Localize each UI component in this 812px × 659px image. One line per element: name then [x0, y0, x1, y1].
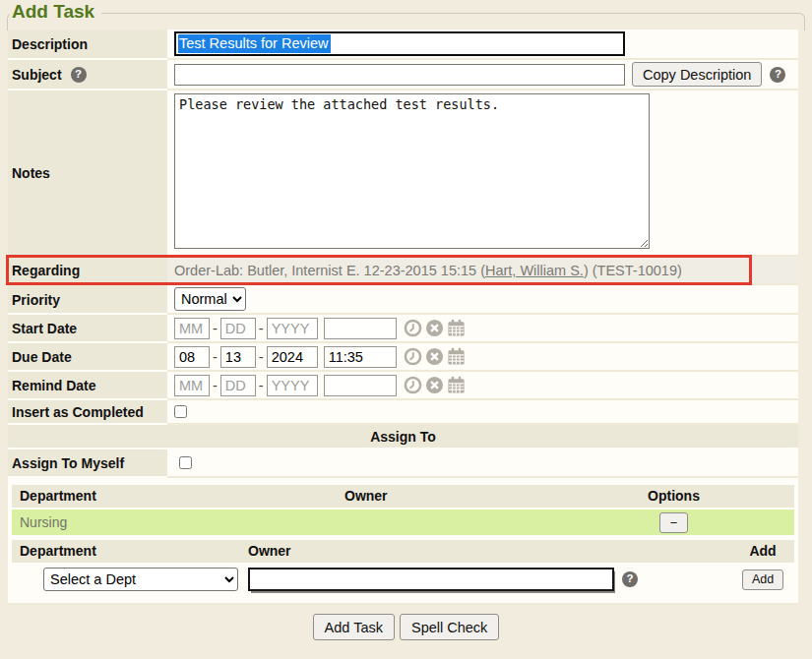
remind-year-input[interactable]: [267, 375, 318, 396]
insert-completed-label: Insert as Completed: [8, 400, 167, 425]
add-column-header: Add: [731, 543, 794, 559]
start-clock-icon[interactable]: [404, 319, 422, 337]
due-month-input[interactable]: [174, 346, 210, 368]
start-day-input[interactable]: [220, 318, 256, 339]
priority-row: Priority Normal: [8, 285, 798, 315]
remind-day-input[interactable]: [220, 375, 256, 396]
add-assignment-row: Select a Dept ? Add: [12, 563, 794, 594]
assigned-row-nursing: Nursing −: [12, 509, 794, 535]
assigned-departments-table: Department Owner Options Nursing −: [12, 485, 794, 535]
add-task-form: Description Test Results for Review Subj…: [8, 30, 798, 605]
subject-help-icon[interactable]: ?: [71, 67, 87, 83]
date-separator: -: [213, 349, 218, 365]
department-column-header: Department: [12, 488, 344, 504]
assign-myself-row: Assign To Myself: [8, 449, 798, 478]
start-year-input[interactable]: [267, 318, 318, 339]
page-title: Add Task: [10, 1, 101, 23]
remind-calendar-icon[interactable]: [447, 376, 466, 394]
notes-textarea[interactable]: [174, 93, 650, 249]
remind-date-label: Remind Date: [8, 372, 167, 400]
subject-row: Subject ? Copy Description ?: [8, 60, 798, 90]
assign-myself-label: Assign To Myself: [8, 449, 167, 478]
regarding-label: Regarding: [8, 257, 167, 285]
regarding-text: Order-Lab: Butler, Internist E. 12-23-20…: [174, 263, 485, 278]
remind-month-input[interactable]: [174, 375, 210, 396]
insert-completed-checkbox[interactable]: [174, 405, 187, 418]
due-clear-icon[interactable]: [425, 347, 444, 366]
spell-check-button[interactable]: Spell Check: [400, 614, 499, 640]
description-input[interactable]: Test Results for Review: [174, 31, 625, 56]
due-date-label: Due Date: [8, 343, 167, 372]
remind-clear-icon[interactable]: [425, 376, 444, 394]
assign-to-header: Assign To: [8, 425, 798, 449]
start-date-label: Start Date: [8, 315, 167, 343]
remind-date-row: Remind Date - -: [8, 372, 798, 400]
subject-label: Subject: [12, 67, 62, 83]
start-clear-icon[interactable]: [425, 319, 444, 337]
copy-description-button[interactable]: Copy Description: [632, 62, 762, 87]
due-calendar-icon[interactable]: [447, 347, 466, 366]
assignment-tables: Department Owner Options Nursing − Depar…: [8, 478, 798, 605]
start-month-input[interactable]: [174, 318, 210, 339]
add-assignment-table: Department Owner Add Select a Dept ? Add: [12, 540, 794, 594]
description-label: Description: [8, 30, 167, 60]
insert-completed-row: Insert as Completed: [8, 400, 798, 425]
options-column-header: Options: [553, 488, 794, 504]
remind-time-input[interactable]: [324, 375, 397, 396]
date-separator: -: [259, 378, 264, 393]
regarding-patient-link[interactable]: Hart, William S.: [485, 263, 584, 278]
description-row: Description Test Results for Review: [8, 30, 798, 60]
owner-help-icon[interactable]: ?: [622, 571, 638, 587]
start-time-input[interactable]: [324, 318, 397, 339]
form-actions: Add Task Spell Check: [0, 614, 812, 640]
priority-select[interactable]: Normal: [174, 287, 246, 311]
remove-assignment-button[interactable]: −: [659, 512, 689, 533]
description-selected-text: Test Results for Review: [178, 34, 331, 53]
department-column-header: Department: [12, 543, 248, 559]
due-time-input[interactable]: [324, 346, 397, 368]
date-separator: -: [259, 349, 264, 365]
date-separator: -: [259, 321, 264, 336]
due-date-row: Due Date - -: [8, 343, 798, 372]
date-separator: -: [213, 378, 218, 393]
add-task-button[interactable]: Add Task: [313, 614, 395, 640]
notes-label: Notes: [8, 90, 167, 257]
due-clock-icon[interactable]: [404, 347, 422, 366]
add-table-header: Department Owner Add: [12, 540, 794, 563]
date-separator: -: [213, 321, 218, 336]
due-year-input[interactable]: [267, 346, 318, 368]
regarding-row: Regarding Order-Lab: Butler, Internist E…: [8, 257, 798, 285]
start-calendar-icon[interactable]: [447, 319, 466, 337]
owner-column-header: Owner: [344, 488, 553, 504]
regarding-text-after: ) (TEST-10019): [584, 263, 682, 278]
due-day-input[interactable]: [220, 346, 256, 368]
owner-input[interactable]: [248, 568, 614, 591]
subject-input[interactable]: [174, 64, 625, 86]
assign-myself-checkbox[interactable]: [179, 456, 192, 469]
start-date-row: Start Date - -: [8, 315, 798, 343]
fieldset-border: [7, 13, 805, 30]
department-select[interactable]: Select a Dept: [43, 568, 238, 591]
add-assignment-button[interactable]: Add: [742, 569, 783, 590]
notes-row: Notes: [8, 90, 798, 257]
remind-clock-icon[interactable]: [404, 376, 422, 394]
assigned-table-header: Department Owner Options: [12, 485, 794, 508]
copy-description-help-icon[interactable]: ?: [770, 67, 785, 83]
owner-column-header: Owner: [248, 543, 731, 559]
assigned-department: Nursing: [12, 514, 344, 530]
priority-label: Priority: [8, 285, 167, 315]
